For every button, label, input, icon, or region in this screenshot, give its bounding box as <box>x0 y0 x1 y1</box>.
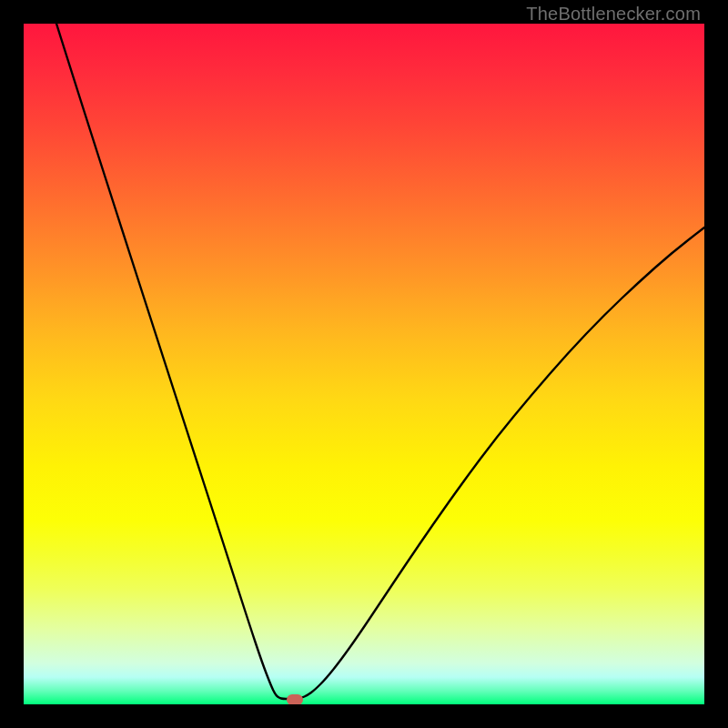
chart-frame: TheBottlenecker.com <box>0 0 728 728</box>
attribution-label: TheBottlenecker.com <box>526 4 701 25</box>
plot-area <box>24 24 704 704</box>
gradient-background <box>24 24 704 704</box>
optimal-point-marker <box>287 694 303 704</box>
